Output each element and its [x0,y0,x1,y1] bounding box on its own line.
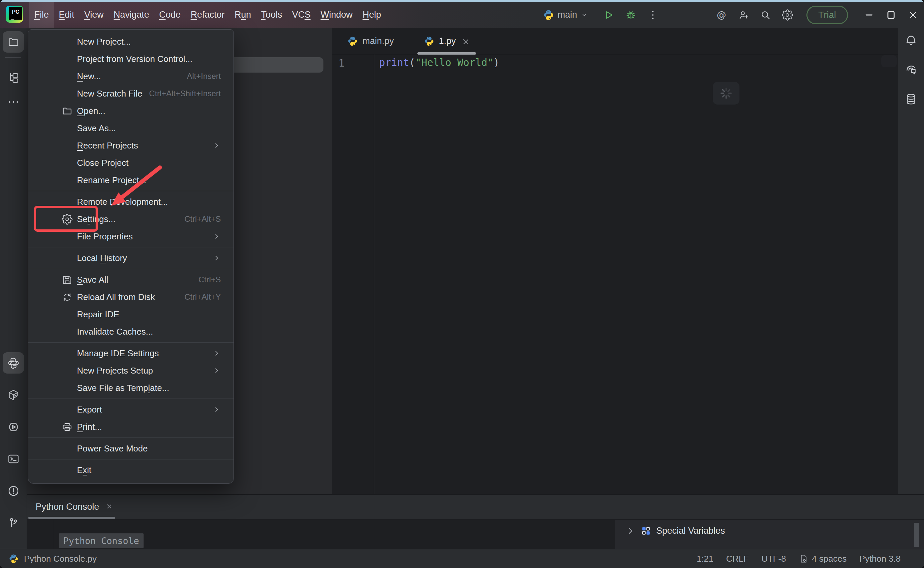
menu-item-project-from-version-control[interactable]: Project from Version Control... [28,50,233,68]
label: Refactor [191,10,224,20]
menu-item-export[interactable]: Export [28,401,233,418]
menubar-item-navigate[interactable]: Navigate [109,2,154,28]
tool-button-structure[interactable] [3,70,24,86]
ai-mentions-button[interactable]: @ [713,6,730,24]
menubar-item-tools[interactable]: Tools [256,2,287,28]
inspections-widget[interactable] [882,55,897,67]
menu-item-recent-projects[interactable]: Recent Projects [28,137,233,154]
line-ending[interactable]: CRLF [726,554,749,564]
shortcut: Ctrl+Alt+Y [184,292,221,302]
menubar-item-run[interactable]: Run [230,2,256,28]
menubar-item-file[interactable]: File [29,2,54,28]
tool-button-python-console[interactable] [3,352,24,373]
tool-button-more-tool-windows[interactable] [3,94,24,110]
terminal-icon [8,453,20,465]
label: Save As... [77,123,116,133]
menubar-item-view[interactable]: View [79,2,109,28]
menubar-item-vcs[interactable]: VCS [287,2,316,28]
tool-button-ai-assistant[interactable] [903,62,919,78]
menu-item-repair-ide[interactable]: Repair IDE [28,306,233,323]
menubar-item-refactor[interactable]: Refactor [186,2,230,28]
close-tab-icon[interactable] [461,36,469,45]
console-area[interactable]: Python Console [27,520,614,549]
folder-icon [60,104,74,118]
label: View [84,10,104,20]
menu-item-reload-all-from-disk[interactable]: Reload All from DiskCtrl+Alt+Y [28,289,233,306]
search-everywhere-button[interactable] [757,6,774,24]
tool-button-problems[interactable] [3,480,24,502]
tab-main-py[interactable]: main.py [339,28,403,54]
menubar-item-help[interactable]: Help [357,2,386,28]
menu-item-exit[interactable]: Exit [28,461,233,479]
branch-widget[interactable]: main [543,9,588,21]
submenu-chevron-icon [212,232,221,241]
tool-button-services[interactable] [3,416,24,438]
menu-item-local-history[interactable]: Local History [28,249,233,267]
menubar-item-code[interactable]: Code [154,2,186,28]
menu-item-save-as[interactable]: Save As... [28,119,233,137]
menu-item-save-all[interactable]: Save AllCtrl+S [28,271,233,289]
caret-position[interactable]: 1:21 [697,554,714,564]
tab-1-py[interactable]: 1.py [415,28,478,54]
menu-item-new-scratch-file[interactable]: New Scratch FileCtrl+Alt+Shift+Insert [28,85,233,102]
chevron-right-icon[interactable] [625,526,636,536]
label: Power Save Mode [77,444,148,454]
label: New Projects Setup [77,366,153,376]
python-console-tab[interactable]: Python Console [28,495,121,519]
code-with-me-button[interactable] [735,6,752,24]
menu-item-power-save-mode[interactable]: Power Save Mode [28,440,233,457]
menu-item-new-projects-setup[interactable]: New Projects Setup [28,362,233,379]
status-file[interactable]: Python Console.py [0,554,97,564]
editor: main.py 1.py 1 print("Hello World") [332,28,898,494]
file-menu-popup: New Project...Project from Version Contr… [28,29,234,484]
tool-button-database[interactable] [903,91,919,107]
label: Navigate [113,10,149,20]
more-actions-button[interactable] [644,6,661,24]
trial-badge[interactable]: Trial [806,6,848,24]
menubar: FileEditViewNavigateCodeRefactorRunTools… [29,2,386,28]
tool-button-python-packages[interactable] [3,384,24,405]
menu-item-manage-ide-settings[interactable]: Manage IDE Settings [28,344,233,362]
tool-button-project[interactable] [3,31,24,53]
tool-button-version-control[interactable] [3,512,24,533]
menu-item-invalidate-caches[interactable]: Invalidate Caches... [28,323,233,340]
tool-button-terminal[interactable] [3,448,24,470]
close-console-tab-icon[interactable] [105,502,114,511]
menu-item-new[interactable]: New...Alt+Insert [28,68,233,85]
console-placeholder[interactable]: Python Console [59,533,144,548]
menubar-item-edit[interactable]: Edit [54,2,80,28]
label: Local History [77,253,127,263]
annotation-red-arrow [100,157,177,220]
titlebar-right-controls: main @ Trial [543,2,924,28]
indent-setting[interactable]: 4 spaces [799,554,847,564]
sidebar-divider [5,57,21,58]
menu-item-print[interactable]: Print... [28,418,233,435]
minimize-icon [864,9,875,21]
menu-item-open[interactable]: Open... [28,102,233,119]
menu-item-save-file-as-template[interactable]: Save File as Template... [28,379,233,397]
spinner-icon [719,86,733,100]
tool-button-notifications[interactable] [903,33,919,48]
minimize-button[interactable] [858,2,880,28]
label: File Properties [77,231,133,242]
encoding[interactable]: UTF-8 [761,554,786,564]
maximize-button[interactable] [880,2,902,28]
run-button[interactable] [600,6,617,24]
user-plus-icon [738,9,749,21]
services-icon [8,421,20,433]
maximize-icon [885,9,897,21]
submenu-chevron-icon [212,141,221,150]
refresh-icon [60,290,74,304]
special-variables-row[interactable]: Special Variables [625,526,924,536]
menu-item-new-project[interactable]: New Project... [28,33,233,50]
debug-button[interactable] [622,6,640,24]
menubar-item-window[interactable]: Window [315,2,357,28]
editor-tabstrip: main.py 1.py [332,28,898,54]
ide-settings-button[interactable] [779,6,796,24]
interpreter[interactable]: Python 3.8 [859,554,901,564]
menu-separator [28,247,233,248]
code-line[interactable]: print("Hello World") [379,57,499,68]
bell-icon [904,34,918,47]
close-button[interactable] [902,2,924,28]
scrollbar-thumb[interactable] [914,523,919,547]
